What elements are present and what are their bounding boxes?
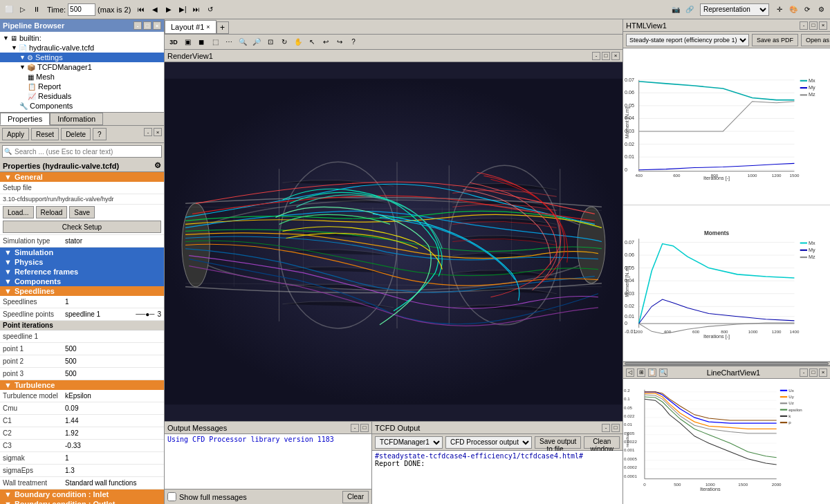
components-section[interactable]: ▼ Components	[0, 277, 164, 286]
open-pdf-button[interactable]: Open as PDF	[801, 34, 830, 46]
tree-item-mesh[interactable]: ▦ Mesh	[0, 72, 164, 82]
layout-add-btn[interactable]: +	[216, 21, 229, 34]
setup-file-row: Setup file	[0, 182, 164, 194]
question-icon[interactable]: ?	[347, 36, 360, 48]
fit-icon[interactable]: ⊡	[264, 36, 277, 48]
tcfd-square-btn[interactable]: □	[611, 424, 620, 432]
camera-icon[interactable]: 📷	[670, 3, 682, 16]
tree-item-hydraulic-valve[interactable]: ▼ 📄 hydraulic-valve.tcfd	[0, 43, 164, 53]
pan-icon[interactable]: ✋	[292, 36, 304, 48]
om-square-btn[interactable]: □	[360, 424, 369, 432]
general-section-header[interactable]: ▼ General	[0, 172, 164, 182]
physics-section[interactable]: ▼ Physics	[0, 257, 164, 267]
simulation-section[interactable]: ▼ Simulation	[0, 248, 164, 257]
pick-icon[interactable]: ↖	[306, 36, 318, 48]
app-icon-3[interactable]: ⏸	[30, 3, 43, 16]
representation-select[interactable]: Representation	[700, 3, 769, 16]
tcfd-type-select[interactable]: CFD Processor output	[445, 436, 532, 449]
last-frame-icon[interactable]: ⏭	[190, 3, 203, 16]
play-icon[interactable]: ▶	[163, 3, 175, 16]
hv-x-btn[interactable]: ×	[819, 21, 827, 30]
render-view[interactable]	[165, 62, 622, 421]
clear-button[interactable]: Clear	[342, 491, 369, 503]
pipeline-x-btn[interactable]: ×	[153, 21, 161, 30]
rv-minus-btn[interactable]: -	[592, 52, 600, 60]
boundary-outlet-section[interactable]: ▼ Boundary condition : Outlet	[0, 499, 164, 504]
pipeline-square-btn[interactable]: □	[143, 21, 151, 30]
apply-button[interactable]: Apply	[2, 128, 29, 140]
components-icon: 🔧	[19, 102, 28, 110]
3d-icon[interactable]: 3D	[167, 36, 180, 48]
reset-icon[interactable]: ⟳	[801, 3, 813, 16]
tab-properties[interactable]: Properties	[0, 113, 50, 125]
tree-item-builtin[interactable]: ▼ 🖥 builtin:	[0, 33, 164, 43]
tab-information[interactable]: Information	[50, 113, 103, 125]
color-icon[interactable]: 🎨	[787, 3, 800, 16]
load-button[interactable]: Load...	[3, 206, 34, 218]
reset-button[interactable]: Reset	[31, 128, 59, 140]
settings-gear-icon[interactable]: ⚙	[815, 3, 827, 16]
rv-max-btn[interactable]: □	[602, 52, 610, 60]
om-minus-btn[interactable]: -	[351, 424, 359, 432]
surface-icon[interactable]: ◼	[195, 36, 208, 48]
layout-tab-1[interactable]: Layout #1 ×	[165, 20, 216, 34]
props-minus-btn[interactable]: -	[144, 128, 152, 136]
lc-icon3[interactable]: 📋	[648, 368, 656, 377]
output-messages-header: Output Messages - □	[165, 422, 371, 434]
hv-square-btn[interactable]: □	[809, 21, 818, 30]
rv-x-btn[interactable]: ×	[611, 52, 620, 60]
link-icon[interactable]: 🔗	[683, 3, 696, 16]
zoom-out-icon[interactable]: 🔎	[250, 36, 263, 48]
tree-item-residuals[interactable]: 📈 Residuals	[0, 91, 164, 101]
speedlines-section[interactable]: ▼ Speedlines	[0, 286, 164, 296]
points-icon[interactable]: ⋯	[223, 36, 235, 48]
zoom-in-icon[interactable]: 🔍	[237, 36, 249, 48]
lc-square-btn[interactable]: □	[809, 368, 818, 377]
redo-icon[interactable]: ↪	[333, 36, 346, 48]
lc-icon1[interactable]: ◁	[626, 368, 634, 377]
clean-window-button[interactable]: Clean window	[584, 436, 620, 449]
ref-frames-section[interactable]: ▼ Reference frames	[0, 267, 164, 277]
prev-frame-icon[interactable]: ◀	[149, 3, 161, 16]
html-report-select[interactable]: Steady-state report (efficiency probe 1)	[626, 34, 749, 46]
props-x-btn[interactable]: ×	[154, 128, 162, 136]
lc-icon2[interactable]: ⊞	[637, 368, 645, 377]
show-full-checkbox[interactable]	[167, 492, 176, 501]
speedline-slider[interactable]: ──●─	[136, 310, 154, 318]
next-frame-icon[interactable]: ▶|	[176, 3, 189, 16]
check-setup-button[interactable]: Check Setup	[3, 221, 161, 233]
tree-item-report[interactable]: 📋 Report	[0, 82, 164, 91]
tree-item-components[interactable]: 🔧 Components	[0, 101, 164, 111]
save-output-button[interactable]: Save output to file...	[535, 436, 581, 449]
undo-icon[interactable]: ↩	[320, 36, 332, 48]
reload-button[interactable]: Reload	[36, 206, 68, 218]
loop-icon[interactable]: ↺	[204, 3, 216, 16]
axes-icon[interactable]: ✛	[773, 3, 786, 16]
pipeline-minus-btn[interactable]: -	[133, 21, 142, 30]
lc-minus-btn[interactable]: -	[800, 368, 808, 377]
lc-icon4[interactable]: 🔍	[659, 368, 667, 377]
tcfd-minus-btn[interactable]: -	[602, 424, 610, 432]
hv-minus-btn[interactable]: -	[800, 21, 808, 30]
rotate-icon[interactable]: ↻	[278, 36, 290, 48]
tree-item-tcfdmanager[interactable]: ▼ 📦 TCFDManager1	[0, 62, 164, 72]
first-frame-icon[interactable]: ⏮	[135, 3, 147, 16]
app-icon-2[interactable]: ▷	[17, 3, 29, 16]
edges-icon[interactable]: ⬚	[209, 36, 221, 48]
lc-x-btn[interactable]: ×	[819, 368, 827, 377]
boundary-inlet-section[interactable]: ▼ Boundary condition : Inlet	[0, 489, 164, 499]
delete-button[interactable]: Delete	[61, 128, 91, 140]
app-icon-1[interactable]: ⬜	[3, 3, 15, 16]
tree-item-settings[interactable]: ▼ ⚙ Settings	[0, 53, 164, 62]
save-button[interactable]: Save	[69, 206, 95, 218]
save-pdf-button[interactable]: Save as PDF	[752, 34, 798, 46]
help-button[interactable]: ?	[93, 128, 107, 140]
search-input[interactable]	[13, 148, 161, 156]
tcfd-toolbar: TCFDManager1 CFD Processor output Save o…	[372, 434, 622, 451]
layout-tab-close[interactable]: ×	[206, 24, 210, 30]
turbulence-section[interactable]: ▼ Turbulence	[0, 380, 164, 390]
point-iter-content: speedline 1 point 1 500 point 2 500 poin…	[0, 330, 164, 380]
wireframe-icon[interactable]: ▣	[181, 36, 194, 48]
time-input[interactable]	[68, 3, 95, 16]
tcfd-manager-select[interactable]: TCFDManager1	[375, 436, 443, 449]
